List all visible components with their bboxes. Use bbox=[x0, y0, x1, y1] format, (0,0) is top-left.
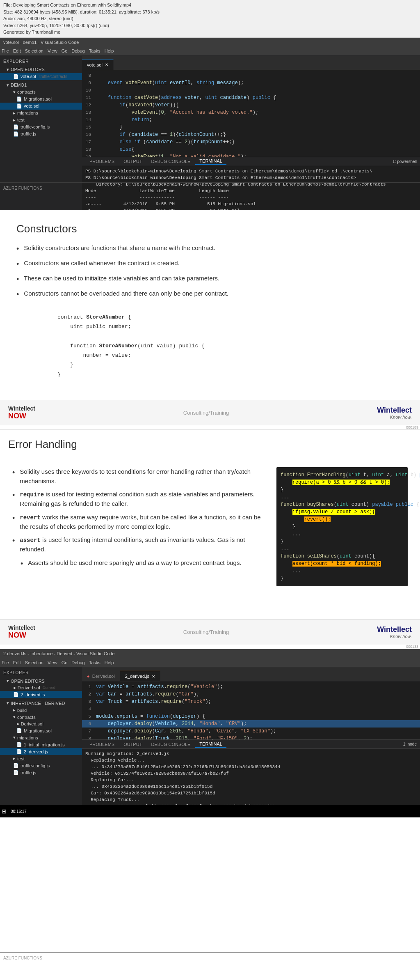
sidebar2-build[interactable]: ▸ build bbox=[0, 707, 82, 714]
err-line-5: function buyShares(uint count) payable p… bbox=[281, 501, 404, 508]
t2-line-6: ... 0x4392264a2d6c9898010bc154c917251b1b… bbox=[85, 783, 417, 790]
inheritance-section: ▾ INHERITANCE - DERIVED ▸ build ▾ contra… bbox=[0, 699, 82, 777]
slide-watermark-2: 000133 bbox=[0, 645, 420, 649]
sidebar2-truffle-config[interactable]: 📄 truffle-config.js bbox=[0, 762, 82, 769]
vscode-editor-area-2: ● Derived.sol 2_derived.js ✕ 1 var Vehic… bbox=[82, 667, 420, 805]
err-line-4: ... bbox=[281, 493, 404, 501]
wintellect-logo-left-2: Wintellect NOW bbox=[8, 624, 35, 640]
output-tab-2[interactable]: OUTPUT bbox=[119, 741, 146, 748]
video-audio: Audio: aac, 48000 Hz, stereo (und) bbox=[3, 15, 417, 22]
code2-line-7: 7 deployer.deploy(Car, 2015, "Honda", "C… bbox=[82, 728, 420, 735]
error-bullet-3-text: revert works the same way require works,… bbox=[20, 513, 268, 532]
tab-derived-js[interactable]: 2_derived.js ✕ bbox=[120, 671, 160, 681]
menu-debug[interactable]: Debug bbox=[71, 48, 84, 53]
err-line-7: revert(); bbox=[281, 516, 404, 523]
error-bullet-5-text: Asserts should be used more sparingly an… bbox=[28, 558, 241, 568]
sidebar2-truffle-js[interactable]: 📄 truffle.js bbox=[0, 769, 82, 776]
close-tab-icon[interactable]: ✕ bbox=[105, 62, 108, 67]
debug-console-tab[interactable]: DEBUG CONSOLE bbox=[147, 158, 194, 165]
err-line-9: ... bbox=[281, 530, 404, 538]
footer-1: Wintellect NOW Consulting/Training Winte… bbox=[0, 400, 420, 425]
menu2-selection[interactable]: Selection bbox=[25, 660, 43, 665]
sidebar-migrations[interactable]: ▸ migrations bbox=[0, 110, 82, 117]
sidebar-contracts[interactable]: ▾ contracts bbox=[0, 89, 82, 96]
problems-tab[interactable]: PROBLEMS bbox=[85, 158, 119, 165]
menu2-tasks[interactable]: Tasks bbox=[89, 660, 100, 665]
footer-consulting-2: Consulting/Training bbox=[183, 629, 229, 635]
menu-file[interactable]: File bbox=[2, 48, 9, 53]
sidebar2-derived-js[interactable]: 📄 2_derived.js bbox=[0, 691, 82, 698]
code2-line-5: 5 module.exports = function(deployer) { bbox=[82, 713, 420, 720]
error-code-panel: function ErrorHandling(uint t, uint a, u… bbox=[276, 467, 408, 586]
sidebar-vote-sol[interactable]: 📄 vote.sol bbox=[0, 103, 82, 110]
wintellect-logo-right-1: Wintellect Know how. bbox=[377, 406, 412, 420]
debug-console-tab-2[interactable]: DEBUG CONSOLE bbox=[147, 741, 194, 748]
menu2-view[interactable]: View bbox=[48, 660, 57, 665]
sidebar2-explorer-label: EXPLORER bbox=[0, 667, 82, 677]
sidebar2-open-editors[interactable]: ▾ OPEN EDITORS bbox=[0, 677, 82, 684]
t2-line-5: Replacing Car... bbox=[85, 777, 417, 783]
sidebar2-derived-sol[interactable]: ● Derived.sol Derived bbox=[0, 684, 82, 691]
vscode-menubar-1[interactable]: File Edit Selection View Go Debug Tasks … bbox=[0, 47, 420, 56]
start-button[interactable]: ⊞ bbox=[2, 808, 7, 815]
sidebar2-migrations-sol-item[interactable]: 📄 Migrations.sol bbox=[0, 727, 82, 734]
vscode-editor-1: vote.sol - demo1 - Visual Studio Code Fi… bbox=[0, 38, 420, 210]
err-line-12: function sellShares(uint count){ bbox=[281, 553, 404, 560]
menu-go[interactable]: Go bbox=[62, 48, 68, 53]
code-line-18: 18 else{ bbox=[82, 146, 420, 153]
terminal-selector[interactable]: 1: powershell bbox=[393, 159, 417, 164]
sidebar-test[interactable]: ▸ test bbox=[0, 117, 82, 124]
output-tab[interactable]: OUTPUT bbox=[119, 158, 146, 165]
code-editor-content-2[interactable]: 1 var Vehicle = artifacts.require("Vehic… bbox=[82, 682, 420, 739]
sidebar2-derived-sol-item[interactable]: ● Derived.sol bbox=[0, 721, 82, 727]
sidebar2-1-initial[interactable]: 📄 1_initial_migration.js bbox=[0, 741, 82, 748]
terminal-selector-2[interactable]: 1: node bbox=[403, 742, 417, 746]
tab-vote-sol[interactable]: vote.sol ✕ bbox=[82, 60, 114, 70]
sidebar-vote-sol-open[interactable]: 📄 vote.sol truffle/contracts bbox=[0, 73, 82, 80]
menu2-debug[interactable]: Debug bbox=[71, 660, 84, 665]
sidebar2-migrations[interactable]: ▾ migrations bbox=[0, 734, 82, 741]
sidebar-explorer-label: EXPLORER bbox=[0, 56, 82, 65]
sidebar-demo1[interactable]: ▾ DEMO1 bbox=[0, 82, 82, 89]
cb-line-2: uint public number; bbox=[57, 322, 404, 331]
cb-line-4: function StoreANumber(uint value) public… bbox=[57, 341, 404, 351]
sidebar-migrations-sol[interactable]: 📄 Migrations.sol bbox=[0, 96, 82, 103]
bullet-3-text: These can be used to initialize state va… bbox=[24, 274, 219, 283]
terminal-tab-2[interactable]: TERMINAL bbox=[195, 741, 226, 748]
sidebar-truffle-config[interactable]: 📄 truffle-config.js bbox=[0, 124, 82, 131]
menu2-go[interactable]: Go bbox=[62, 660, 68, 665]
terminal-line-9: -a---- 4/12/2018 9:56 PM 87 vote.sol bbox=[85, 207, 417, 210]
menu2-file[interactable]: File bbox=[2, 660, 9, 665]
problems-tab-2[interactable]: PROBLEMS bbox=[85, 741, 119, 748]
sidebar2-test[interactable]: ▸ test bbox=[0, 755, 82, 762]
error-bullet-1-text: Solidity uses three keywords to test con… bbox=[20, 467, 268, 486]
sidebar-open-editors[interactable]: ▾ OPEN EDITORS bbox=[0, 66, 82, 73]
menu-edit[interactable]: Edit bbox=[13, 48, 21, 53]
code-editor-content-1[interactable]: 8 9 event voteEvent(uint eventID, string… bbox=[82, 70, 420, 157]
now-text-1: NOW bbox=[8, 412, 26, 420]
sidebar2-contracts[interactable]: ▾ contracts bbox=[0, 714, 82, 721]
cb-line-3 bbox=[57, 331, 404, 341]
terminal-content-2: Running migration: 2_derived.js Replacin… bbox=[82, 749, 420, 805]
vscode-sidebar-1: EXPLORER ▾ OPEN EDITORS 📄 vote.sol truff… bbox=[0, 56, 82, 210]
code-line-11: 11 function castVote(address voter, uint… bbox=[82, 94, 420, 101]
close-tab-2-icon[interactable]: ✕ bbox=[152, 674, 155, 679]
menu-tasks[interactable]: Tasks bbox=[89, 48, 100, 53]
sidebar2-inheritance[interactable]: ▾ INHERITANCE - DERIVED bbox=[0, 700, 82, 707]
menu-selection[interactable]: Selection bbox=[25, 48, 43, 53]
menu2-edit[interactable]: Edit bbox=[13, 660, 21, 665]
sidebar2-2-derived[interactable]: 📄 2_derived.js bbox=[0, 748, 82, 755]
menu2-help[interactable]: Help bbox=[105, 660, 114, 665]
menu-view[interactable]: View bbox=[48, 48, 57, 53]
constructors-bullets: Solidity constructors are functions that… bbox=[16, 243, 404, 300]
sidebar-truffle-js[interactable]: 📄 truffle.js bbox=[0, 131, 82, 138]
terminal-line-7: ---- ------------- ------ ---- bbox=[85, 194, 417, 201]
open-editors-section: ▾ OPEN EDITORS 📄 vote.sol truffle/contra… bbox=[0, 65, 82, 81]
tab-derived-sol[interactable]: ● Derived.sol bbox=[82, 671, 120, 681]
menu-help[interactable]: Help bbox=[105, 48, 114, 53]
editor-tabs-1: vote.sol ✕ bbox=[82, 56, 420, 70]
vscode-menubar-2[interactable]: File Edit Selection View Go Debug Tasks … bbox=[0, 658, 420, 667]
terminal-line-8: -a---- 4/12/2018 9:55 PM 515 Migrations.… bbox=[85, 201, 417, 207]
cb-line-1: contract StoreANumber { bbox=[57, 312, 404, 322]
terminal-tab[interactable]: TERMINAL bbox=[195, 158, 226, 165]
